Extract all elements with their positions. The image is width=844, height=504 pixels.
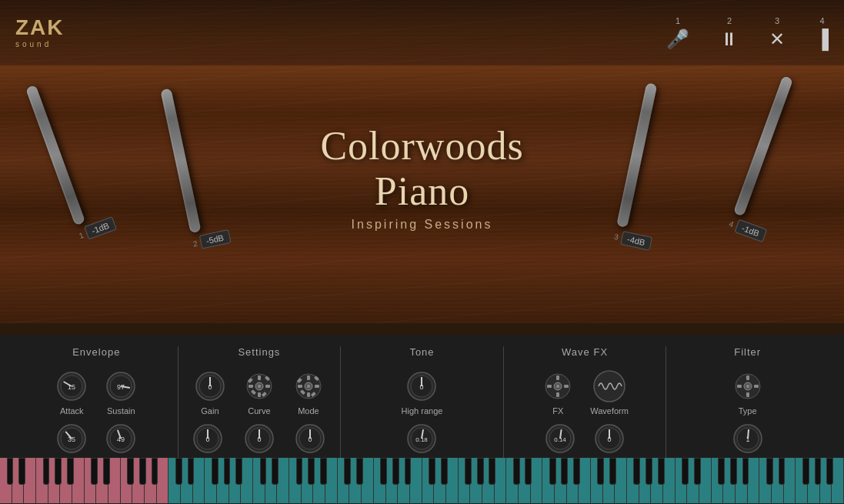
black-key[interactable] [55,458,62,485]
decay-knob[interactable]: 35 [55,422,88,456]
black-key[interactable] [235,458,242,485]
black-key[interactable] [561,458,568,485]
white-key[interactable] [422,458,435,504]
white-key[interactable] [398,458,410,504]
black-key[interactable] [815,458,822,485]
black-key[interactable] [224,458,231,485]
white-key[interactable] [24,458,36,504]
black-key[interactable] [633,458,640,485]
black-key[interactable] [18,458,25,485]
black-key[interactable] [320,458,327,485]
white-key[interactable] [386,458,399,504]
white-key[interactable] [36,458,48,504]
white-key[interactable] [555,458,567,504]
attack-knob[interactable]: 15 [55,369,88,403]
filter-type-icon[interactable] [731,369,765,403]
white-key[interactable] [772,458,784,504]
black-key[interactable] [694,458,701,485]
white-key[interactable] [495,458,507,504]
white-key[interactable] [265,458,278,504]
depth-knob[interactable]: 0 [592,422,626,456]
white-key[interactable] [699,458,712,504]
white-key[interactable] [96,458,108,504]
white-key[interactable] [748,458,760,504]
white-key[interactable] [217,458,229,504]
slot-2[interactable]: 2 ⏸ [720,16,739,50]
white-key[interactable] [313,458,325,504]
sustain-knob[interactable]: 97 [104,369,138,403]
white-key[interactable] [506,458,519,504]
slot-3[interactable]: 3 ✕ [769,16,785,50]
black-key[interactable] [260,458,267,485]
black-key[interactable] [465,458,472,485]
white-key[interactable] [338,458,350,504]
high-range-knob[interactable]: 0 [405,369,439,403]
black-key[interactable] [718,458,725,485]
white-key[interactable] [676,458,688,504]
white-key[interactable] [48,458,61,504]
fx-icon[interactable] [541,369,575,403]
white-key[interactable] [519,458,531,504]
black-key[interactable] [344,458,351,485]
white-key[interactable] [374,458,386,504]
white-key[interactable] [241,458,253,504]
black-key[interactable] [730,458,737,485]
white-key[interactable] [470,458,482,504]
white-key[interactable] [639,458,652,504]
black-key[interactable] [609,458,616,485]
black-key[interactable] [429,458,435,485]
black-key[interactable] [43,458,50,485]
white-key[interactable] [410,458,422,504]
black-key[interactable] [682,458,689,485]
amount-knob[interactable]: 1 [731,422,765,456]
white-key[interactable] [277,458,289,504]
white-key[interactable] [60,458,72,504]
black-key[interactable] [175,458,182,485]
white-key[interactable] [663,458,676,504]
black-key[interactable] [188,458,195,485]
black-key[interactable] [67,458,74,485]
slot-4[interactable]: 4 ▐ [816,16,829,50]
black-key[interactable] [356,458,363,485]
white-key[interactable] [181,458,193,504]
black-key[interactable] [405,458,412,485]
white-key[interactable] [0,458,12,504]
black-key[interactable] [296,458,303,485]
white-key[interactable] [289,458,302,504]
white-key[interactable] [168,458,181,504]
white-key[interactable] [531,458,543,504]
white-key[interactable] [482,458,495,504]
curve-icon[interactable] [242,369,276,403]
white-key[interactable] [651,458,663,504]
white-key[interactable] [759,458,772,504]
white-key[interactable] [796,458,808,504]
gain-knob[interactable]: 0 [193,369,227,403]
white-key[interactable] [459,458,471,504]
white-key[interactable] [820,458,832,504]
speed-knob[interactable]: 0.14 [543,422,577,456]
white-key[interactable] [349,458,362,504]
black-key[interactable] [779,458,786,485]
white-key[interactable] [567,458,579,504]
white-key[interactable] [72,458,85,504]
black-key[interactable] [597,458,604,485]
white-key[interactable] [121,458,133,504]
black-key[interactable] [212,458,219,485]
white-key[interactable] [205,458,217,504]
white-key[interactable] [85,458,97,504]
black-key[interactable] [658,458,665,485]
white-key[interactable] [362,458,374,504]
black-key[interactable] [477,458,484,485]
black-key[interactable] [766,458,773,485]
white-key[interactable] [145,458,157,504]
black-key[interactable] [139,458,146,485]
black-key[interactable] [802,458,809,485]
white-key[interactable] [723,458,736,504]
white-key[interactable] [253,458,265,504]
white-key[interactable] [108,458,121,504]
waveform-icon[interactable] [592,369,626,403]
black-key[interactable] [272,458,279,485]
slot-1[interactable]: 1 🎤 [666,16,689,50]
white-key[interactable] [615,458,627,504]
white-key[interactable] [12,458,25,504]
